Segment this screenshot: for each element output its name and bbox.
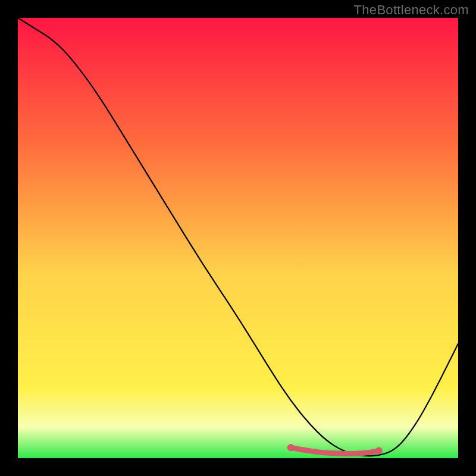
watermark-text: TheBottleneck.com (354, 2, 469, 18)
plot-area (18, 18, 458, 458)
chart-frame: { "watermark": "TheBottleneck.com", "col… (0, 0, 476, 476)
bottleneck-chart (0, 0, 476, 476)
fit-region-end-dot (287, 444, 295, 451)
fit-region-end-dot (375, 447, 383, 454)
